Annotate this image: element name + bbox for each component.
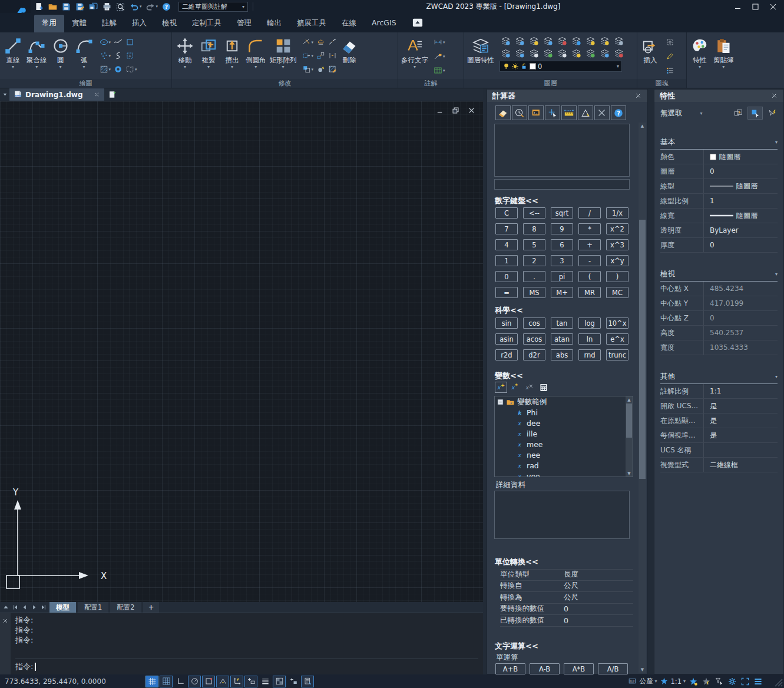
sci-key[interactable]: 10^x (606, 317, 628, 329)
calc-paste-button[interactable] (528, 105, 544, 120)
layer-tool-5-icon[interactable] (569, 35, 583, 47)
keypad-key[interactable]: 7 (495, 223, 518, 234)
ribbon-button-line[interactable]: 直線▾ (1, 34, 25, 70)
unit-value[interactable]: 長度 (564, 570, 578, 580)
ribbon-button-polyline[interactable]: 聚合線▾ (25, 34, 49, 70)
property-value[interactable]: 隨圖層 (704, 211, 757, 221)
keypad-key[interactable]: 0 (495, 271, 518, 282)
ribbon-small-rectangle[interactable] (125, 36, 138, 48)
section-unit-con version[interactable]: 單位轉換<< (495, 557, 538, 567)
property-value[interactable]: 417.0199 (704, 299, 743, 307)
keypad-key[interactable]: + (578, 239, 601, 250)
resize-grip[interactable] (774, 678, 783, 687)
ribbon-small-offset-cloud[interactable] (316, 36, 326, 48)
keypad-key[interactable]: = (495, 287, 518, 298)
variable-item-mee[interactable]: xmee (495, 439, 633, 449)
ribbon-tab-5[interactable]: 定制工具 (184, 15, 229, 32)
command-window[interactable]: 指令:指令:指令: 指令: (0, 613, 483, 674)
workspace-selector[interactable]: 二維草圖與註解 ▾ (178, 2, 248, 12)
chevron-down-icon[interactable]: ▾ (700, 111, 703, 116)
layer-tool-2-icon[interactable] (527, 35, 541, 47)
vp-restore-icon[interactable] (451, 106, 460, 115)
keypad-key[interactable]: 6 (551, 239, 573, 250)
property-value[interactable]: ByLayer (704, 226, 739, 234)
layout-tab-配置1[interactable]: 配置1 (78, 602, 108, 613)
ribbon-tab-6[interactable]: 管理 (229, 15, 259, 32)
section-variables[interactable]: 變數<< (495, 371, 523, 381)
ribbon-small-trim[interactable]: ▾ (302, 36, 315, 48)
keypad-key[interactable]: 2 (523, 255, 545, 266)
win-min-icon[interactable] (729, 1, 746, 12)
section-scientific[interactable]: 科學<< (495, 305, 523, 316)
property-value[interactable]: 540.2537 (704, 329, 743, 337)
redo-icon[interactable]: ▾ (144, 1, 160, 12)
save-as-icon[interactable] (74, 1, 86, 12)
selection-filter-value[interactable]: 無選取 (660, 108, 683, 118)
close-icon[interactable] (2, 617, 9, 674)
keypad-key[interactable]: / (578, 207, 601, 219)
ribbon-small-wipeout[interactable]: ▾ (125, 63, 138, 75)
win-close-icon[interactable] (764, 1, 782, 12)
var-delete-button[interactable]: x (523, 382, 535, 393)
var-edit-button[interactable]: x* (509, 382, 521, 393)
ribbon-small-scurve[interactable] (113, 49, 123, 62)
ribbon-small-hatch-edit[interactable] (328, 63, 338, 75)
scroll-up-icon[interactable]: ▲ (639, 123, 646, 129)
ribbon-small-hatch[interactable]: ▾ (99, 63, 112, 75)
keypad-key[interactable]: 9 (551, 223, 573, 234)
layer-tool-17-icon[interactable] (611, 47, 626, 59)
calc-close-button[interactable] (594, 105, 610, 120)
vp-min-icon[interactable] (435, 106, 444, 115)
property-value[interactable]: 485.4234 (704, 285, 743, 293)
var-new-button[interactable]: x+ (495, 382, 507, 393)
section-text-ops[interactable]: 文字運算<< (495, 641, 538, 651)
osnap-toggle[interactable] (202, 676, 215, 687)
layer-tool-16-icon[interactable] (597, 47, 611, 59)
ortho-toggle[interactable] (174, 676, 187, 687)
document-tab-drawing1[interactable]: DWG Drawing1.dwg (9, 88, 104, 101)
var-calc-button[interactable] (537, 382, 550, 393)
property-value[interactable]: 1:1 (704, 387, 721, 395)
keypad-key[interactable]: MS (523, 287, 545, 298)
transparency-toggle[interactable] (273, 676, 286, 687)
calculator-history-box[interactable] (494, 124, 630, 177)
ribbon-small-dim-linear[interactable]: ▾ (433, 36, 446, 48)
ribbon-small-align[interactable] (316, 49, 326, 62)
keypad-key[interactable]: x^3 (606, 239, 628, 250)
ribbon-button-circle[interactable]: 圓▾ (49, 34, 72, 70)
vp-close-icon[interactable] (467, 106, 476, 115)
keypad-key[interactable]: MC (606, 287, 628, 298)
property-value[interactable]: 0 (704, 241, 714, 249)
undo-icon[interactable]: ▾ (128, 1, 143, 12)
section-header[interactable]: 其他▾ (660, 372, 778, 384)
new-layout-button[interactable]: + (143, 602, 160, 613)
unit-value[interactable]: 0 (564, 604, 568, 613)
ribbon-button-fillet[interactable]: 倒圓角▾ (244, 34, 268, 70)
layout-tab-配置2[interactable]: 配置2 (110, 602, 141, 613)
keypad-key[interactable]: M+ (551, 287, 573, 298)
ribbon-tab-8[interactable]: 擴展工具 (289, 15, 334, 32)
layer-tool-0-icon[interactable] (498, 35, 512, 47)
section-numeric-keypad[interactable]: 數字鍵盤<< (495, 196, 538, 206)
ribbon-small-copy-nested[interactable]: ▾ (302, 63, 315, 75)
chevron-down-icon[interactable]: ▾ (775, 140, 778, 145)
textop-A/B[interactable]: A/B (598, 663, 628, 674)
textop-A-B[interactable]: A-B (530, 663, 560, 674)
layer-tool-4-icon[interactable] (555, 35, 569, 47)
unit-value[interactable]: 公尺 (564, 593, 578, 603)
chevron-down-icon[interactable]: ▾ (775, 272, 778, 277)
calc-help-button[interactable]: ? (611, 105, 626, 120)
nav-up-icon[interactable] (1, 603, 10, 612)
keypad-key[interactable]: C (495, 207, 518, 219)
ribbon-tab-1[interactable]: 實體 (64, 15, 94, 32)
layer-tool-7-icon[interactable] (597, 35, 611, 47)
prop-quick-select-button[interactable] (747, 107, 763, 120)
polar-toggle[interactable] (188, 676, 201, 687)
ribbon-small-block-attrs[interactable] (665, 64, 675, 77)
sci-key[interactable]: e^x (606, 333, 628, 345)
keypad-key[interactable]: sqrt (551, 207, 573, 219)
layout-tab-模型[interactable]: 模型 (49, 602, 76, 613)
menu-icon[interactable] (753, 677, 763, 686)
save-icon[interactable] (60, 1, 72, 12)
ribbon-tab-4[interactable]: 檢視 (154, 15, 184, 32)
